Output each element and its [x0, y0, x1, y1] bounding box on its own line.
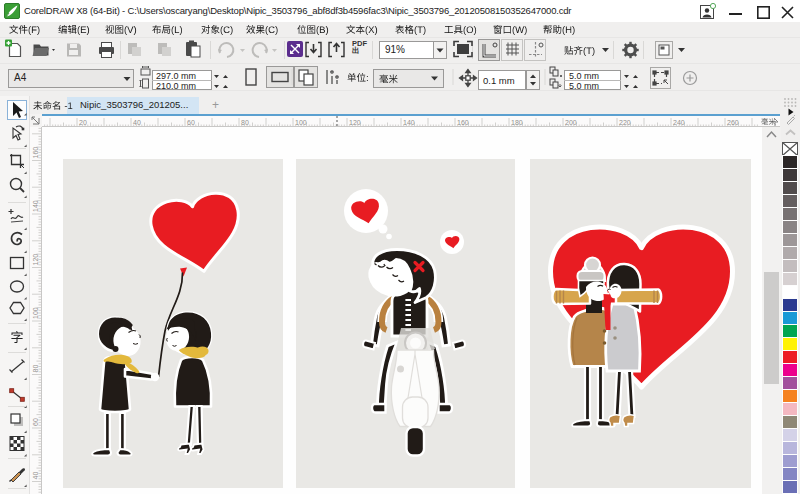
svg-text:20: 20 — [79, 119, 87, 126]
svg-text:80: 80 — [32, 365, 39, 373]
svg-text:240: 240 — [673, 119, 685, 126]
svg-text:220: 220 — [619, 119, 631, 126]
svg-text:260: 260 — [727, 119, 739, 126]
svg-text:120: 120 — [32, 254, 39, 266]
svg-text:140: 140 — [403, 119, 415, 126]
svg-text:40: 40 — [133, 119, 141, 126]
svg-text:60: 60 — [187, 119, 195, 126]
svg-text:120: 120 — [349, 119, 361, 126]
svg-text:100: 100 — [32, 307, 39, 319]
svg-text:160: 160 — [32, 147, 39, 159]
svg-text:160: 160 — [457, 119, 469, 126]
svg-text:60: 60 — [32, 418, 39, 426]
svg-text:140: 140 — [32, 200, 39, 212]
svg-text:200: 200 — [565, 119, 577, 126]
svg-text:180: 180 — [511, 119, 523, 126]
svg-text:80: 80 — [241, 119, 249, 126]
svg-text:40: 40 — [32, 472, 39, 480]
svg-text:100: 100 — [295, 119, 307, 126]
